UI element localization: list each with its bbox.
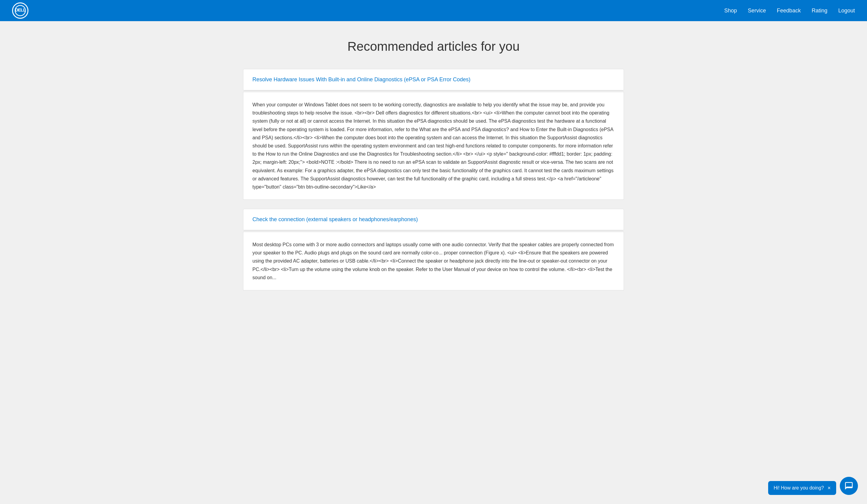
nav-shop[interactable]: Shop	[724, 8, 737, 14]
article-body-2: Most desktop PCs come with 3 or more aud…	[243, 232, 624, 291]
article-card-2: Check the connection (external speakers …	[243, 209, 624, 231]
header-nav: Shop Service Feedback Rating Logout	[724, 8, 855, 14]
chat-popup-text: Hi! How are you doing?	[773, 485, 824, 491]
article-body-1: When your computer or Windows Tablet doe…	[243, 92, 624, 200]
article-group-1: Resolve Hardware Issues With Built-in an…	[243, 69, 624, 200]
chat-icon	[844, 481, 853, 490]
main-content: Recommended articles for you Resolve Har…	[237, 21, 630, 324]
nav-service[interactable]: Service	[748, 8, 766, 14]
article-card-1: Resolve Hardware Issues With Built-in an…	[243, 69, 624, 91]
nav-rating[interactable]: Rating	[812, 8, 827, 14]
logo-container: DELL	[12, 2, 29, 19]
chat-widget: Hi! How are you doing? ×	[768, 477, 858, 495]
dell-logo: DELL	[12, 2, 29, 19]
chat-close-button[interactable]: ×	[827, 485, 831, 491]
article-group-2: Check the connection (external speakers …	[243, 209, 624, 291]
chat-open-button[interactable]	[840, 477, 858, 495]
nav-logout[interactable]: Logout	[838, 8, 855, 14]
svg-text:DELL: DELL	[15, 7, 26, 12]
page-title: Recommended articles for you	[243, 39, 624, 54]
nav-feedback[interactable]: Feedback	[777, 8, 801, 14]
article-title-section-2: Check the connection (external speakers …	[243, 209, 624, 230]
article-title-section-1: Resolve Hardware Issues With Built-in an…	[243, 69, 624, 90]
article-title-link-1[interactable]: Resolve Hardware Issues With Built-in an…	[253, 76, 470, 83]
chat-popup: Hi! How are you doing? ×	[768, 481, 836, 495]
article-title-link-2[interactable]: Check the connection (external speakers …	[253, 216, 418, 222]
header: DELL Shop Service Feedback Rating Logout	[0, 0, 867, 21]
